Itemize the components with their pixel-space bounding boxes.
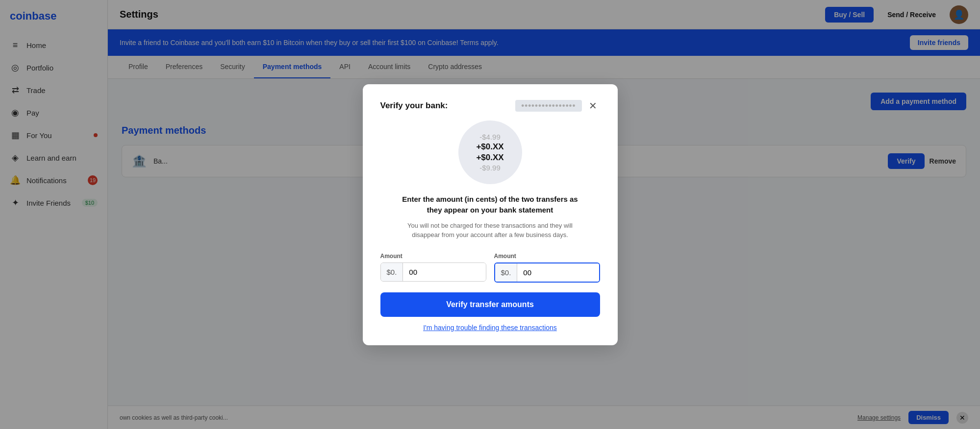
amount-label-2: Amount [494, 253, 600, 260]
trouble-link[interactable]: I'm having trouble finding these transac… [380, 324, 600, 332]
verify-transfer-button[interactable]: Verify transfer amounts [380, 292, 600, 317]
amount-prefix-1: $0. [381, 263, 403, 281]
coin-val-4: -$9.99 [479, 164, 501, 172]
amount-input-row-1: $0. [380, 262, 486, 282]
coin-val-2: +$0.XX [476, 142, 503, 152]
coin-circle: -$4.99 +$0.XX +$0.XX -$9.99 [458, 120, 522, 184]
modal-header: Verify your bank: •••••••••••••••• ✕ [380, 100, 600, 112]
modal-instruction: Enter the amount (in cents) of the two t… [380, 194, 600, 216]
modal-overlay[interactable]: Verify your bank: •••••••••••••••• ✕ -$4… [0, 0, 980, 429]
amount-input-1[interactable] [403, 263, 485, 281]
modal-close-button[interactable]: ✕ [586, 100, 600, 112]
amount-input-2[interactable] [517, 263, 599, 282]
coin-val-1: -$4.99 [479, 133, 501, 141]
verify-bank-modal: Verify your bank: •••••••••••••••• ✕ -$4… [363, 84, 618, 345]
amount-group-2: Amount $0. [494, 253, 600, 283]
amount-prefix-2: $0. [495, 263, 518, 282]
coin-val-3: +$0.XX [476, 153, 503, 163]
amount-label-1: Amount [380, 253, 486, 260]
modal-bank-name-masked: •••••••••••••••• [515, 100, 581, 112]
amounts-row: Amount $0. Amount $0. [380, 253, 600, 283]
amount-group-1: Amount $0. [380, 253, 486, 283]
modal-note: You will not be charged for these transa… [380, 221, 600, 240]
modal-title: Verify your bank: [380, 101, 512, 111]
amount-input-row-2: $0. [494, 262, 600, 283]
